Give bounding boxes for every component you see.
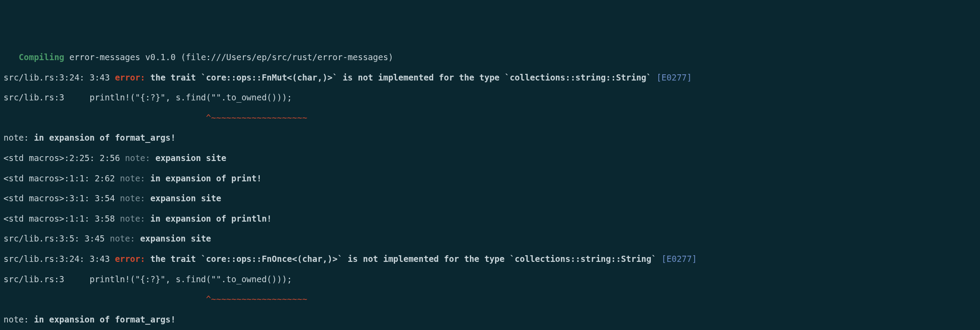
error2-msg: the trait `core::ops::FnOnce<(char,)>` i…: [150, 254, 657, 264]
note-prefix: note:: [4, 315, 34, 324]
macro-note-4: <std macros>:1:1: 3:58 note: in expansio…: [4, 214, 976, 224]
space: [651, 73, 656, 82]
error-label: error:: [115, 73, 150, 82]
indent: [4, 52, 19, 62]
compiling-rest: error-messages v0.1.0 (file:///Users/ep/…: [64, 52, 393, 62]
error1-code: [E0277]: [657, 73, 692, 82]
note-expansion-b: note: in expansion of format_args!: [4, 315, 976, 325]
error2-src: src/lib.rs:3 println!("{:?}", s.find("".…: [4, 274, 976, 284]
error2-loc: src/lib.rs:3:24: 3:43: [4, 254, 115, 264]
error-label: error:: [115, 254, 150, 264]
error1-msg: the trait `core::ops::FnMut<(char,)>` is…: [150, 73, 651, 82]
error1-src: src/lib.rs:3 println!("{:?}", s.find("".…: [4, 92, 976, 103]
error1-header: src/lib.rs:3:24: 3:43 error: the trait `…: [4, 73, 976, 83]
note-txt: in expansion of format_args!: [34, 315, 176, 324]
error1-caret: ^~~~~~~~~~~~~~~~~~~~: [4, 113, 976, 123]
macro-note-1: <std macros>:2:25: 2:56 note: expansion …: [4, 153, 976, 163]
compiling-line: Compiling error-messages v0.1.0 (file://…: [4, 52, 976, 62]
note-txt: in expansion of format_args!: [34, 133, 176, 142]
compiling-word: Compiling: [19, 52, 64, 62]
terminal-output: Compiling error-messages v0.1.0 (file://…: [4, 42, 976, 330]
error2-caret: ^~~~~~~~~~~~~~~~~~~~: [4, 294, 976, 304]
space: [657, 254, 661, 264]
macro-note-5: src/lib.rs:3:5: 3:45 note: expansion sit…: [4, 234, 976, 244]
macro-note-2: <std macros>:1:1: 2:62 note: in expansio…: [4, 173, 976, 184]
error2-header: src/lib.rs:3:24: 3:43 error: the trait `…: [4, 254, 976, 264]
note-expansion-a: note: in expansion of format_args!: [4, 133, 976, 143]
macro-note-3: <std macros>:3:1: 3:54 note: expansion s…: [4, 193, 976, 203]
note-prefix: note:: [4, 133, 34, 142]
error2-code: [E0277]: [661, 254, 697, 264]
error1-loc: src/lib.rs:3:24: 3:43: [4, 73, 115, 82]
